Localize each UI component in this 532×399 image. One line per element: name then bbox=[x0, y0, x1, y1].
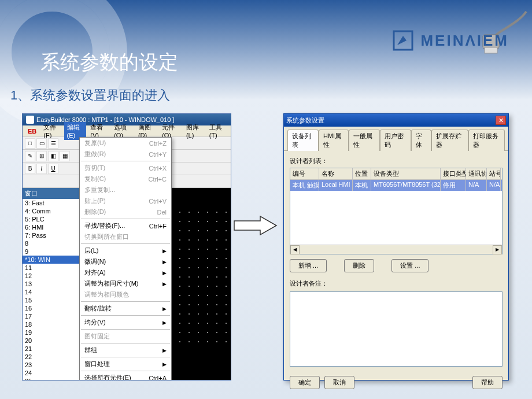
toolbar-button[interactable]: B bbox=[25, 164, 35, 174]
column-header[interactable]: 接口类型 bbox=[441, 168, 466, 179]
menu-item[interactable]: 微调(N)▶ bbox=[80, 256, 171, 267]
menu-separator bbox=[81, 371, 170, 371]
column-header[interactable]: 设备类型 bbox=[371, 168, 441, 179]
grid-header: 编号名称位置设备类型接口类型通讯协议站号 bbox=[290, 168, 502, 180]
menu-item[interactable]: 寻找/替换(F)...Ctrl+F bbox=[80, 220, 171, 231]
menu-item: 剪切(T)Ctrl+X bbox=[80, 162, 171, 173]
menu-item[interactable]: 窗口处理▶ bbox=[80, 359, 171, 370]
new-button[interactable]: 新增 ... bbox=[290, 259, 327, 272]
menu-item[interactable]: 翻转/旋转▶ bbox=[80, 303, 171, 314]
submenu-arrow-icon: ▶ bbox=[162, 320, 167, 326]
toolbar-button[interactable]: ☰ bbox=[48, 138, 58, 149]
horizontal-scrollbar[interactable]: ◀ ▶ bbox=[290, 245, 502, 254]
tree-item[interactable]: 17 bbox=[23, 312, 80, 320]
tab-bar[interactable]: 设备列表HMI属性一般属性用户密码字体扩展存贮器打印服务器 bbox=[284, 127, 508, 151]
tree-item[interactable]: 3: Fast bbox=[23, 199, 80, 207]
brand-text: ΜΕΙΝΛΙΕΜ bbox=[420, 32, 509, 50]
tree-item[interactable]: 5: PLC bbox=[23, 215, 80, 223]
column-header[interactable]: 通讯协议 bbox=[466, 168, 487, 179]
slide-title: 系统参数的设定 bbox=[40, 49, 178, 76]
menu-separator bbox=[81, 315, 170, 316]
cell: MT6056T/MT8056T (320 x 234) bbox=[371, 180, 441, 191]
close-button[interactable]: ✕ bbox=[496, 116, 506, 125]
menu-item[interactable]: 对齐(A)▶ bbox=[80, 267, 171, 278]
toolbar-button[interactable]: I bbox=[36, 164, 47, 174]
tree-item[interactable]: 24 bbox=[23, 369, 80, 377]
menu-item[interactable]: 选择所有元件(E)Ctrl+A bbox=[80, 372, 171, 380]
menu-item[interactable]: 群组▶ bbox=[80, 345, 171, 356]
comment-textarea[interactable] bbox=[290, 291, 503, 367]
toolbar-button[interactable]: ▭ bbox=[36, 138, 47, 149]
tree-item[interactable]: 6: HMI bbox=[23, 223, 80, 231]
scroll-left-button[interactable]: ◀ bbox=[290, 245, 300, 254]
flow-arrow bbox=[231, 214, 278, 239]
device-grid[interactable]: 编号名称位置设备类型接口类型通讯协议站号 本机 触摸屏Local HMI本机MT… bbox=[290, 168, 503, 254]
dialog-titlebar[interactable]: 系统参数设置 ✕ bbox=[284, 114, 508, 127]
tree-item[interactable]: 19 bbox=[23, 328, 80, 337]
submenu-arrow-icon: ▶ bbox=[162, 306, 167, 312]
tree-item[interactable]: 4: Comm bbox=[23, 207, 80, 215]
menu-separator bbox=[81, 301, 170, 302]
tab[interactable]: 设备列表 bbox=[287, 130, 319, 151]
tree-item[interactable]: 16 bbox=[23, 304, 80, 312]
menu-item[interactable]: 调整为相同尺寸(M)▶ bbox=[80, 278, 171, 289]
toolbar-button[interactable]: ◧ bbox=[48, 151, 58, 161]
tab[interactable]: 扩展存贮器 bbox=[431, 130, 468, 151]
tree-item[interactable]: 7: Pass bbox=[23, 231, 80, 239]
delete-button[interactable]: 删除 bbox=[344, 259, 374, 272]
tree-item[interactable]: 23 bbox=[23, 361, 80, 369]
menubar[interactable]: EB 文件(F)编辑(E)查看(V)选项(O)画图(D)元件(O)图库(L)工具… bbox=[23, 125, 231, 137]
easybuilder-window: EasyBuilder 8000 : MTP1 - [10 - WINDOW_0… bbox=[22, 113, 231, 380]
toolbar-button[interactable]: □ bbox=[25, 138, 35, 149]
tree-item[interactable]: 25 bbox=[23, 377, 80, 380]
tab[interactable]: HMI属性 bbox=[319, 130, 349, 151]
menu-item[interactable]: 层(L)▶ bbox=[80, 245, 171, 256]
menu-item[interactable]: 工具(T) bbox=[206, 122, 228, 140]
submenu-arrow-icon: ▶ bbox=[162, 281, 167, 287]
submenu-arrow-icon: ▶ bbox=[162, 270, 167, 276]
grid-empty-area bbox=[290, 191, 502, 245]
menu-item: 复制(C)Ctrl+C bbox=[80, 173, 171, 184]
tree-item[interactable]: *10: WIN bbox=[23, 256, 80, 264]
tab[interactable]: 打印服务器 bbox=[468, 130, 505, 151]
toolbar-button[interactable]: ✎ bbox=[25, 151, 35, 161]
tab[interactable]: 用户密码 bbox=[380, 130, 411, 151]
tree-item[interactable]: 13 bbox=[23, 280, 80, 288]
tree-item[interactable]: 12 bbox=[23, 272, 80, 280]
toolbar-button[interactable]: U bbox=[48, 164, 58, 174]
dialog-title: 系统参数设置 bbox=[286, 116, 324, 125]
column-header[interactable]: 编号 bbox=[290, 168, 319, 179]
menu-separator bbox=[81, 219, 170, 219]
tree-item[interactable]: 20 bbox=[23, 337, 80, 345]
tree-item[interactable]: 15 bbox=[23, 296, 80, 304]
grid-row[interactable]: 本机 触摸屏Local HMI本机MT6056T/MT8056T (320 x … bbox=[290, 180, 502, 191]
edit-menu-dropdown[interactable]: 复原(U)Ctrl+Z重做(R)Ctrl+Y剪切(T)Ctrl+X复制(C)Ct… bbox=[79, 137, 172, 380]
menu-item[interactable]: 图库(L) bbox=[183, 122, 205, 140]
column-header[interactable]: 站号 bbox=[487, 168, 501, 179]
menu-item: 多重复制... bbox=[80, 184, 171, 195]
settings-button[interactable]: 设置 ... bbox=[391, 259, 428, 272]
tree-item[interactable]: 18 bbox=[23, 320, 80, 328]
cell: 停用 bbox=[441, 180, 466, 191]
toolbar-button[interactable]: ⊞ bbox=[36, 151, 47, 161]
cancel-button[interactable]: 取消 bbox=[324, 376, 354, 389]
column-header[interactable]: 位置 bbox=[353, 168, 371, 179]
tree-item[interactable]: 9 bbox=[23, 247, 80, 256]
menu-item[interactable]: 文件(F) bbox=[40, 122, 62, 140]
tree-item[interactable]: 11 bbox=[23, 264, 80, 272]
scroll-right-button[interactable]: ▶ bbox=[493, 245, 502, 254]
tree-item[interactable]: 8 bbox=[23, 239, 80, 247]
window-list-sidebar[interactable]: 窗口 3: Fast4: Comm5: PLC6: HMI7: Pass89*1… bbox=[23, 188, 80, 380]
menu-item: 复原(U)Ctrl+Z bbox=[80, 138, 171, 149]
tree-item[interactable]: 22 bbox=[23, 353, 80, 361]
column-header[interactable]: 名称 bbox=[319, 168, 353, 179]
tree-item[interactable]: 14 bbox=[23, 288, 80, 296]
eb-badge: EB bbox=[25, 127, 39, 136]
tree-item[interactable]: 21 bbox=[23, 345, 80, 353]
help-button[interactable]: 帮助 bbox=[472, 376, 503, 389]
tab[interactable]: 字体 bbox=[411, 130, 431, 151]
ok-button[interactable]: 确定 bbox=[290, 376, 320, 389]
menu-item[interactable]: 均分(V)▶ bbox=[80, 317, 171, 328]
tab[interactable]: 一般属性 bbox=[349, 130, 380, 151]
toolbar-button[interactable]: ▦ bbox=[60, 151, 70, 161]
